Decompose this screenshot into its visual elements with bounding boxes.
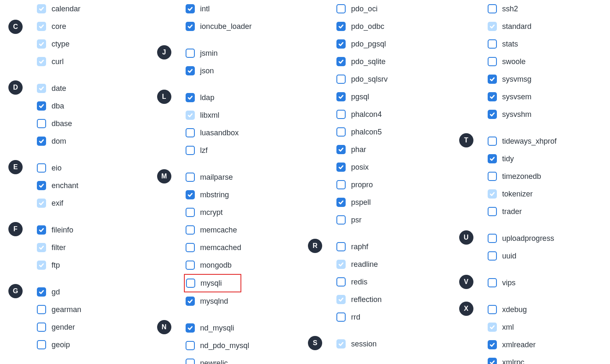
extension-label-enchant: enchant <box>52 182 78 189</box>
extension-column-4: ssh2standardstatsswoolesysvmsgsysvsemsys… <box>459 0 610 364</box>
extension-label-date: date <box>52 85 66 92</box>
checkbox-geoip[interactable] <box>37 340 46 349</box>
extension-item-gender: gender <box>37 318 81 336</box>
checkbox-posix[interactable] <box>336 163 346 172</box>
extension-group-X: Xxdebugxmlxmlreaderxmlrpc <box>459 292 610 364</box>
extension-item-tideways_xhprof: tideways_xhprof <box>488 132 557 150</box>
checkbox-vips[interactable] <box>488 278 497 287</box>
checkbox-tidy[interactable] <box>488 154 497 163</box>
checkbox-memcached[interactable] <box>186 243 195 252</box>
letter-badge-N: N <box>157 320 171 334</box>
checkbox-swoole[interactable] <box>488 57 497 66</box>
extension-column-1: CcalendarcorectypecurlDdatedbadbasedomEe… <box>0 0 157 364</box>
checkbox-enchant[interactable] <box>37 181 46 190</box>
checkbox-psr[interactable] <box>336 215 346 225</box>
checkbox-uploadprogress[interactable] <box>488 234 497 243</box>
checkbox-phar[interactable] <box>336 145 346 154</box>
extension-item-ioncube_loader: ioncube_loader <box>186 18 252 35</box>
checkbox-uuid[interactable] <box>488 251 497 261</box>
extension-item-phar: phar <box>336 141 388 158</box>
checkbox-memcache[interactable] <box>186 225 195 235</box>
checkbox-mongodb[interactable] <box>186 261 195 270</box>
extension-item-reflection: reflection <box>336 291 382 308</box>
extension-item-memcached: memcached <box>186 239 241 256</box>
items-list: datedbadbasedom <box>37 80 72 150</box>
extension-group-cont: Ccalendarcorectypecurl <box>8 0 157 70</box>
checkbox-fileinfo[interactable] <box>37 225 46 235</box>
checkbox-redis[interactable] <box>336 277 346 287</box>
extension-label-geoip: geoip <box>52 341 70 349</box>
checkbox-xmlreader[interactable] <box>488 340 497 349</box>
checkbox-stats[interactable] <box>488 39 497 49</box>
checkbox-pdo_sqlite[interactable] <box>336 57 346 66</box>
checkbox-dbase[interactable] <box>37 119 46 128</box>
checkbox-xmlrpc[interactable] <box>488 358 497 364</box>
checkbox-mailparse[interactable] <box>186 173 195 182</box>
items-list: nd_mysqlind_pdo_mysqlnewrelic <box>186 319 249 364</box>
checkbox-dba[interactable] <box>37 101 46 111</box>
checkbox-sysvsem[interactable] <box>488 92 497 101</box>
extension-label-swoole: swoole <box>502 58 526 65</box>
checkbox-phalcon5[interactable] <box>336 127 346 137</box>
checkbox-pdo_pgsql[interactable] <box>336 39 346 49</box>
extension-item-standard: standard <box>488 18 532 35</box>
checkbox-ldap[interactable] <box>186 93 195 102</box>
extension-item-filter: filter <box>37 239 73 256</box>
extension-group-F: Ffileinfofilterftp <box>8 212 157 274</box>
checkbox-pdo_oci[interactable] <box>336 4 346 13</box>
badge-wrap: E <box>8 159 37 174</box>
checkbox-mbstring[interactable] <box>186 190 195 199</box>
checkbox-eio[interactable] <box>37 163 46 173</box>
extension-item-uuid: uuid <box>488 247 554 265</box>
extension-item-xml: xml <box>488 318 536 336</box>
extension-label-nd_mysqli: nd_mysqli <box>200 324 234 332</box>
checkbox-nd_pdo_mysql[interactable] <box>186 341 195 350</box>
checkbox-jsmin[interactable] <box>186 49 195 58</box>
checkbox-tideways_xhprof[interactable] <box>488 137 497 146</box>
checkbox-sysvshm[interactable] <box>488 110 497 119</box>
badge-wrap: F <box>8 221 37 236</box>
checkbox-mcrypt[interactable] <box>186 208 195 217</box>
badge-wrap: X <box>459 301 488 316</box>
badge-wrap: M <box>157 168 186 183</box>
checkbox-lzf[interactable] <box>186 146 195 155</box>
extension-label-memcache: memcache <box>200 226 237 234</box>
extension-item-memcache: memcache <box>186 221 241 239</box>
checkbox-gender[interactable] <box>37 323 46 332</box>
checkbox-rrd[interactable] <box>336 312 346 322</box>
checkbox-sysvmsg[interactable] <box>488 75 497 84</box>
checkbox-ssh2[interactable] <box>488 4 497 13</box>
checkbox-dom[interactable] <box>37 137 46 146</box>
checkbox-phalcon4[interactable] <box>336 110 346 119</box>
checkbox-luasandbox[interactable] <box>186 128 195 137</box>
checkbox-ioncube_loader[interactable] <box>186 22 195 31</box>
checkbox-pdo_odbc[interactable] <box>336 22 346 31</box>
checkbox-pspell[interactable] <box>336 198 346 207</box>
checkbox-propro[interactable] <box>336 180 346 189</box>
extension-label-newrelic: newrelic <box>200 359 228 364</box>
extension-group-cont: pdo_ocipdo_odbcpdo_pgsqlpdo_sqlitepdo_sq… <box>308 0 459 229</box>
checkbox-nd_mysqli[interactable] <box>186 323 195 333</box>
checkbox-newrelic[interactable] <box>186 359 195 364</box>
checkbox-gearman[interactable] <box>37 305 46 314</box>
extension-label-nd_pdo_mysql: nd_pdo_mysql <box>200 342 249 349</box>
extension-label-phar: phar <box>351 146 366 153</box>
extension-label-json: json <box>200 67 214 75</box>
checkbox-mysqlnd[interactable] <box>186 297 195 306</box>
checkbox-mysqli[interactable] <box>186 279 195 288</box>
extension-label-tidy: tidy <box>502 155 514 163</box>
checkbox-json[interactable] <box>186 66 195 75</box>
checkbox-xdebug[interactable] <box>488 305 497 314</box>
checkbox-pdo_sqlsrv[interactable] <box>336 75 346 84</box>
checkbox-gd[interactable] <box>37 287 46 297</box>
checkbox-timezonedb[interactable] <box>488 172 497 181</box>
extension-label-dom: dom <box>52 137 66 145</box>
checkbox-raphf[interactable] <box>336 242 346 251</box>
checkbox-intl[interactable] <box>186 4 195 13</box>
letter-badge-F: F <box>8 222 23 236</box>
checkbox-trader[interactable] <box>488 207 497 216</box>
extension-label-eio: eio <box>52 164 62 172</box>
checkbox-pgsql[interactable] <box>336 92 346 101</box>
letter-badge-C: C <box>8 20 23 34</box>
extension-item-mongodb: mongodb <box>186 256 241 274</box>
